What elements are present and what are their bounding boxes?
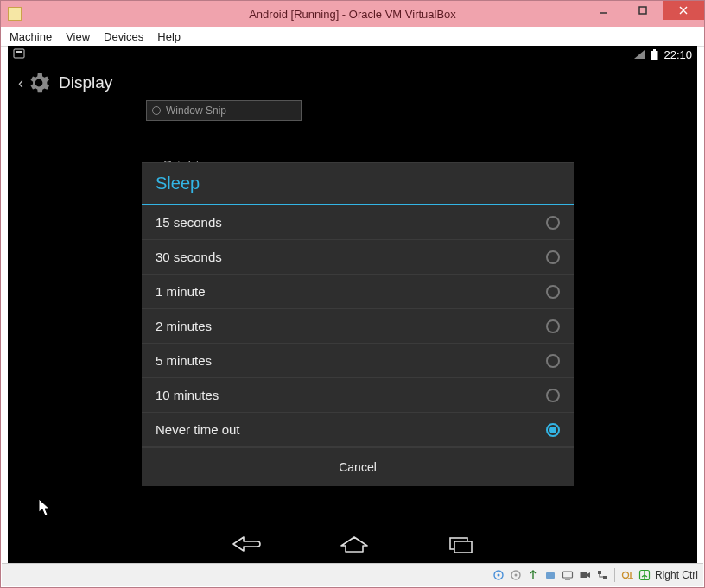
menu-view[interactable]: View: [66, 30, 90, 43]
virtualbox-status-bar: Right Ctrl: [2, 563, 703, 586]
radio-checked-icon: [546, 423, 560, 437]
svg-point-12: [497, 574, 499, 577]
sleep-option-1m[interactable]: 1 minute: [142, 275, 574, 309]
separator: [614, 568, 615, 582]
back-icon: [230, 534, 261, 553]
android-nav-bar: [8, 525, 697, 563]
nav-back-button[interactable]: [230, 534, 261, 553]
hdd-icon[interactable]: [492, 568, 505, 582]
recents-icon: [448, 534, 475, 553]
clock-text: 22:10: [664, 48, 692, 61]
keyboard-capture-icon[interactable]: [638, 568, 651, 582]
settings-action-bar: ‹ Display: [8, 63, 697, 103]
radio-unchecked-icon: [546, 250, 560, 264]
option-label: Never time out: [156, 422, 240, 437]
menu-help[interactable]: Help: [157, 30, 181, 43]
window-controls: [583, 1, 704, 20]
sleep-option-never[interactable]: Never time out: [142, 413, 574, 447]
video-capture-icon[interactable]: [578, 568, 592, 582]
option-label: 2 minutes: [156, 319, 212, 333]
svg-rect-1: [639, 7, 646, 14]
mouse-integration-icon[interactable]: [620, 568, 634, 582]
gear-icon: [26, 70, 52, 96]
option-label: 15 seconds: [156, 215, 222, 230]
svg-rect-10: [454, 541, 472, 553]
settings-mini-icon: [13, 48, 25, 61]
sleep-option-30s[interactable]: 30 seconds: [142, 240, 574, 275]
minimize-icon: [598, 5, 608, 16]
titlebar[interactable]: Android [Running] - Oracle VM VirtualBox: [1, 1, 704, 27]
option-label: 1 minute: [156, 284, 206, 299]
sleep-option-10m[interactable]: 10 minutes: [142, 378, 574, 413]
menu-machine[interactable]: Machine: [10, 30, 52, 43]
svg-point-22: [622, 572, 628, 579]
svg-rect-18: [580, 572, 587, 578]
radio-unchecked-icon: [546, 216, 560, 230]
svg-marker-6: [634, 50, 645, 59]
svg-point-14: [514, 574, 517, 577]
dialog-cancel-button[interactable]: Cancel: [142, 447, 574, 486]
window-snip-chip: Window Snip: [146, 100, 302, 121]
android-status-bar: 22:10: [8, 46, 697, 63]
host-key-label: Right Ctrl: [655, 569, 698, 581]
battery-icon: [651, 49, 658, 60]
sleep-option-15s[interactable]: 15 seconds: [142, 205, 574, 240]
home-icon: [339, 534, 370, 553]
sleep-option-2m[interactable]: 2 minutes: [142, 309, 574, 344]
radio-unchecked-icon: [546, 319, 560, 333]
display-icon[interactable]: [561, 568, 575, 582]
back-button[interactable]: ‹: [16, 74, 25, 92]
optical-icon[interactable]: [509, 568, 523, 582]
close-icon: [678, 5, 689, 16]
svg-rect-15: [546, 572, 555, 579]
shared-folder-icon[interactable]: [543, 568, 557, 582]
svg-rect-16: [562, 572, 572, 578]
maximize-button[interactable]: [623, 1, 663, 20]
usb-icon[interactable]: [526, 568, 540, 582]
minimize-button[interactable]: [583, 1, 623, 20]
radio-icon: [152, 106, 161, 115]
svg-rect-5: [16, 51, 22, 53]
settings-section-title: Display: [59, 73, 112, 92]
sleep-dialog: Sleep 15 seconds 30 seconds 1 minute 2 m…: [142, 162, 574, 486]
nav-recents-button[interactable]: [448, 534, 475, 553]
option-label: 10 minutes: [156, 388, 219, 402]
menubar: Machine View Devices Help: [1, 27, 704, 47]
maximize-icon: [638, 5, 648, 16]
dialog-title: Sleep: [142, 163, 574, 204]
svg-rect-20: [598, 571, 601, 574]
svg-marker-19: [587, 572, 590, 578]
radio-unchecked-icon: [546, 389, 560, 402]
window-snip-label: Window Snip: [166, 104, 226, 117]
radio-unchecked-icon: [546, 354, 560, 368]
app-icon: [8, 7, 22, 21]
close-button[interactable]: [663, 1, 704, 20]
svg-rect-7: [653, 49, 656, 51]
radio-unchecked-icon: [546, 285, 560, 299]
menu-devices[interactable]: Devices: [104, 30, 143, 43]
sleep-option-5m[interactable]: 5 minutes: [142, 344, 574, 378]
svg-rect-8: [651, 51, 658, 60]
nav-home-button[interactable]: [339, 534, 370, 553]
svg-rect-4: [14, 49, 24, 58]
virtualbox-window: Android [Running] - Oracle VM VirtualBox…: [0, 0, 705, 588]
cancel-label: Cancel: [339, 460, 377, 474]
option-label: 5 minutes: [156, 353, 212, 368]
network-icon[interactable]: [595, 568, 609, 582]
option-label: 30 seconds: [156, 250, 222, 264]
android-viewport: 22:10 ‹ Display Window Snip Brightness S…: [8, 46, 697, 563]
signal-icon: [633, 49, 645, 60]
